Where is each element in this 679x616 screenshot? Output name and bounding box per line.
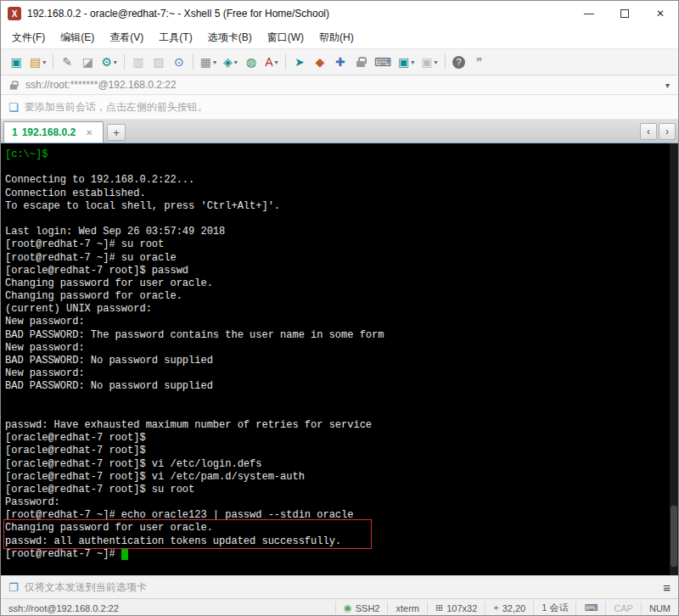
erase-screen-button[interactable]: ◪ (77, 51, 98, 73)
tab-label: 192.168.0.2 (22, 126, 76, 138)
screen-capture-icon: ◈ (223, 56, 233, 68)
font-color-button[interactable]: A▾ (261, 51, 282, 73)
dropdown-arrow-icon: ▾ (435, 59, 438, 66)
address-dropdown-icon[interactable]: ▾ (665, 81, 670, 90)
menu-item-edit[interactable]: 编辑(E) (53, 26, 102, 48)
menu-item-help[interactable]: 帮助(H) (311, 26, 362, 48)
num-lock-label: NUM (649, 603, 671, 613)
xshell-window: X 192.168.0.2 - oracle@redhat-7:~ - Xshe… (0, 0, 679, 616)
terminal-line: [root@redhat-7 ~]# su oracle (5, 252, 668, 265)
dropdown-arrow-icon: ▾ (42, 59, 46, 66)
terminal-line: [oracle@redhat-7 root]$ su root (5, 484, 668, 496)
file-transfer-button[interactable]: ▣▾ (418, 51, 441, 73)
terminal-line: BAD PASSWORD: The password contains the … (5, 329, 668, 342)
close-button[interactable]: ✕ (643, 1, 678, 26)
menu-item-view[interactable]: 查看(V) (102, 26, 151, 48)
web-browser-button[interactable]: ◍ (241, 51, 261, 73)
status-num-lock: NUM (641, 602, 678, 614)
paste-button[interactable]: ▥ (128, 51, 149, 73)
terminal-line (5, 213, 668, 226)
open-sessions-icon: ▤ (30, 56, 41, 68)
terminal[interactable]: [c:\~]$ Connecting to 192.168.0.2:22...C… (1, 143, 678, 575)
protocol-icon: ◉ (344, 603, 352, 613)
cursor-position-label: 32,20 (502, 603, 526, 613)
terminal-line: (current) UNIX password: (5, 303, 668, 316)
scrollbar-thumb[interactable] (671, 506, 677, 567)
info-bar: ❏ 要添加当前会话，点击左侧的箭头按钮。 (1, 95, 678, 120)
tab-scroll-right-button[interactable]: › (659, 123, 676, 140)
tab-index: 1 (12, 126, 18, 138)
find-icon: ⊙ (174, 56, 184, 68)
help-icon: ? (452, 56, 465, 69)
send-file-button[interactable]: ➤ (289, 51, 310, 73)
send-text-icon[interactable]: ❐ (8, 581, 19, 594)
new-tab-button[interactable]: + (107, 124, 126, 141)
title-bar[interactable]: X 192.168.0.2 - oracle@redhat-7:~ - Xshe… (1, 1, 678, 26)
tab-scroll-left-button[interactable]: ‹ (640, 123, 657, 140)
minimize-button[interactable]: — (571, 1, 607, 26)
maximize-button[interactable] (607, 1, 643, 26)
paste-icon: ▥ (132, 56, 143, 68)
dropdown-arrow-icon: ▾ (114, 59, 117, 66)
app-icon: X (8, 7, 21, 20)
terminal-line (5, 394, 668, 406)
terminal-line: passwd: Have exhausted maximum number of… (5, 419, 668, 432)
status-terminal-type: xterm (387, 602, 427, 614)
address-value: ssh://root:*******@192.168.0.2:22 (25, 79, 177, 91)
help-button[interactable]: ? (449, 51, 469, 73)
print-icon: ▦ (200, 56, 211, 68)
menu-item-tools[interactable]: 工具(T) (151, 26, 199, 48)
menu-item-tab[interactable]: 选项卡(B) (200, 26, 260, 48)
copy-icon: ▨ (153, 56, 164, 68)
toolbar-separator (53, 54, 53, 70)
menu-item-window[interactable]: 窗口(W) (260, 26, 311, 48)
send-file-icon: ➤ (295, 56, 305, 68)
lock-icon (10, 84, 18, 89)
web-browser-icon: ◍ (246, 56, 256, 68)
new-session-icon: ▣ (10, 56, 21, 68)
send-bar-menu-icon[interactable]: ≡ (663, 580, 671, 595)
fullscreen-button[interactable]: ✚ (330, 51, 351, 73)
new-file-transfer-button[interactable]: ▣▾ (395, 51, 418, 73)
toolbar-separator (285, 54, 286, 70)
terminal-line: BAD PASSWORD: No password supplied (5, 355, 668, 367)
compose-bar-button[interactable]: ⌨ (371, 51, 395, 73)
highlight-set-icon: ◆ (315, 56, 324, 68)
open-sessions-button[interactable]: ▤▾ (26, 51, 49, 73)
menu-item-file[interactable]: 文件(F) (4, 26, 53, 48)
new-session-button[interactable]: ▣ (6, 51, 26, 73)
feedback-icon: ❞ (476, 56, 483, 68)
window-controls: — ✕ (571, 1, 678, 26)
tab-bar: 1 192.168.0.2 ✕ + ‹ › (1, 120, 678, 143)
file-transfer-icon: ▣ (421, 56, 432, 68)
marker-pen-button[interactable]: ✎ (57, 51, 77, 73)
highlight-set-button[interactable]: ◆ (310, 51, 330, 73)
terminal-size-label: 107x32 (446, 603, 477, 613)
terminal-line: [oracle@redhat-7 root]$ vi /etc/pam.d/sy… (5, 471, 668, 484)
terminal-line (5, 161, 668, 174)
copy-button[interactable]: ▨ (149, 51, 169, 73)
dropdown-arrow-icon: ▾ (234, 59, 238, 66)
session-properties-button[interactable]: ⚙▾ (98, 51, 121, 73)
terminal-scrollbar[interactable] (670, 143, 678, 575)
terminal-line: [oracle@redhat-7 root]$ (5, 432, 668, 445)
terminal-line: [root@redhat-7 ~]# su root (5, 238, 668, 251)
address-bar[interactable]: ssh://root:*******@192.168.0.2:22 ▾ (1, 76, 678, 95)
find-button[interactable]: ⊙ (169, 51, 189, 73)
tab-close-icon[interactable]: ✕ (86, 128, 93, 137)
status-address: ssh://root@192.168.0.2:22 (8, 603, 119, 613)
status-terminal-size: ⊞107x32 (427, 602, 485, 614)
tab-nav-controls: ‹ › (640, 123, 676, 140)
marker-pen-icon: ✎ (62, 56, 72, 68)
lock-screen-button[interactable] (351, 51, 371, 73)
compose-bar-icon: ⌨ (374, 56, 391, 68)
status-caps-lock: CAP (605, 602, 641, 614)
terminal-line: New password: (5, 316, 668, 328)
terminal-cursor (121, 549, 128, 560)
terminal-line: BAD PASSWORD: No password supplied (5, 380, 668, 393)
session-tab[interactable]: 1 192.168.0.2 ✕ (3, 121, 104, 143)
terminal-type-label: xterm (396, 603, 419, 613)
screen-capture-button[interactable]: ◈▾ (220, 51, 241, 73)
feedback-button[interactable]: ❞ (469, 51, 490, 73)
print-button[interactable]: ▦▾ (197, 51, 220, 73)
